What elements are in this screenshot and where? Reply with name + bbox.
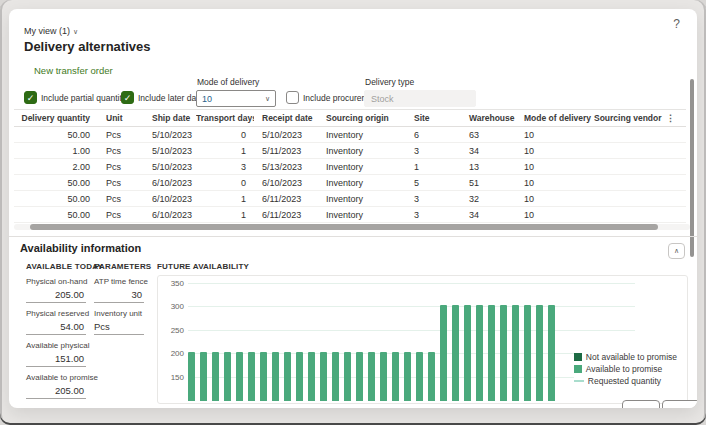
- table-row[interactable]: 50.00Pcs6/10/202316/11/2023Inventory3321…: [14, 191, 686, 207]
- column-header[interactable]: Delivery quantity: [14, 113, 98, 123]
- table-row[interactable]: 50.00Pcs5/10/202305/10/2023Inventory6631…: [14, 127, 686, 143]
- field-value[interactable]: 151.00: [26, 351, 86, 367]
- table-cell: Inventory: [318, 130, 406, 140]
- available-today-column: AVAILABLE TODAY Physical on-hand205.00Ph…: [26, 262, 86, 399]
- field-value[interactable]: 205.00: [26, 383, 86, 399]
- table-cell: 34: [461, 146, 516, 156]
- table-row[interactable]: 1.00Pcs5/10/202315/11/2023Inventory33410: [14, 143, 686, 159]
- chart-bar: [404, 352, 411, 401]
- column-header[interactable]: Receipt date: [254, 113, 318, 123]
- field-label: Physical on-hand: [26, 277, 86, 286]
- table-cell: 50.00: [14, 194, 98, 204]
- legend-label: Requested quantity: [588, 376, 661, 386]
- table-cell: 10: [516, 178, 594, 188]
- chevron-up-icon: ∧: [674, 247, 679, 255]
- legend-label: Not available to promise: [586, 352, 677, 362]
- field-value[interactable]: 30: [94, 287, 144, 303]
- future-availability-chart: 150200250300350 Not available to promise…: [157, 275, 688, 404]
- table-row[interactable]: 50.00Pcs6/10/202306/10/2023Inventory5511…: [14, 175, 686, 191]
- y-axis-tick-label: 350: [162, 279, 184, 288]
- table-row[interactable]: 2.00Pcs5/10/202335/13/2023Inventory11310: [14, 159, 686, 175]
- collapse-section-button[interactable]: ∧: [668, 243, 685, 259]
- table-cell: 51: [461, 178, 516, 188]
- checkbox-checked-icon: ✓: [121, 91, 134, 104]
- table-cell: 10: [516, 146, 594, 156]
- cancel-button[interactable]: Cancel: [662, 400, 697, 408]
- scrollbar-thumb[interactable]: [690, 79, 694, 257]
- chart-bar: [236, 352, 243, 401]
- include-later-dates-checkbox[interactable]: ✓ Include later dates: [121, 91, 207, 104]
- table-cell: 1: [196, 146, 254, 156]
- y-axis-tick-label: 200: [162, 349, 184, 358]
- chart-bar: [380, 352, 387, 401]
- table-cell: 6/10/2023: [144, 210, 196, 220]
- table-cell: 1: [406, 162, 461, 172]
- chart-bar: [200, 352, 207, 401]
- table-cell: 63: [461, 130, 516, 140]
- form-field: Inventory unitPcs: [94, 309, 144, 335]
- field-value[interactable]: Pcs: [94, 319, 144, 335]
- table-cell: 2.00: [14, 162, 98, 172]
- chart-bar: [500, 305, 507, 401]
- view-selector[interactable]: My view (1)∨: [24, 26, 78, 36]
- delivery-table: Delivery quantityUnitShip dateTransport …: [14, 109, 686, 223]
- column-header[interactable]: Sourcing vendor: [594, 113, 664, 123]
- table-cell: 6/11/2023: [254, 210, 318, 220]
- table-cell: 10: [516, 210, 594, 220]
- table-cell: 6: [406, 130, 461, 140]
- ok-button[interactable]: OK: [622, 400, 660, 408]
- column-options-icon[interactable]: ⋮: [664, 113, 680, 123]
- column-header[interactable]: Site: [406, 113, 461, 123]
- table-cell: Inventory: [318, 194, 406, 204]
- legend-item: Requested quantity: [574, 376, 677, 386]
- new-transfer-order-link[interactable]: New transfer order: [34, 65, 113, 76]
- column-header[interactable]: Transport days: [196, 113, 254, 123]
- form-field: Physical on-hand205.00: [26, 277, 86, 303]
- availability-section-title: Availability information: [20, 242, 141, 254]
- table-header-row: Delivery quantityUnitShip dateTransport …: [14, 110, 686, 127]
- chart-bars: [188, 305, 555, 401]
- column-header[interactable]: Warehouse: [461, 113, 516, 123]
- table-cell: 3: [196, 162, 254, 172]
- scrollbar-thumb[interactable]: [30, 224, 658, 230]
- help-icon[interactable]: ?: [673, 17, 680, 31]
- table-cell: Inventory: [318, 146, 406, 156]
- dialog-vertical-scrollbar[interactable]: [690, 79, 695, 261]
- delivery-type-input: Stock: [364, 90, 476, 107]
- column-header[interactable]: Mode of delivery: [516, 113, 594, 123]
- chart-bar: [212, 352, 219, 401]
- column-header[interactable]: Unit: [98, 113, 144, 123]
- chart-bar: [344, 352, 351, 401]
- field-label: ATP time fence: [94, 277, 144, 286]
- parameters-column: PARAMETERS ATP time fence30Inventory uni…: [94, 262, 144, 335]
- chart-bar: [488, 305, 495, 401]
- checkbox-unchecked-icon: [286, 91, 299, 104]
- table-cell: Pcs: [98, 162, 144, 172]
- chart-bar: [428, 352, 435, 401]
- column-header[interactable]: Ship date: [144, 113, 196, 123]
- table-cell: Pcs: [98, 210, 144, 220]
- table-cell: 10: [516, 194, 594, 204]
- column-header[interactable]: Sourcing origin: [318, 113, 406, 123]
- mode-of-delivery-combobox[interactable]: 10 ∨: [196, 90, 276, 107]
- table-cell: Inventory: [318, 178, 406, 188]
- table-cell: 6/11/2023: [254, 194, 318, 204]
- table-cell: 32: [461, 194, 516, 204]
- legend-swatch: [574, 353, 582, 361]
- form-field: Available to promise205.00: [26, 373, 86, 399]
- chart-bar: [296, 352, 303, 401]
- field-label: Inventory unit: [94, 309, 144, 318]
- field-value[interactable]: 54.00: [26, 319, 86, 335]
- field-value[interactable]: 205.00: [26, 287, 86, 303]
- chevron-down-icon: ∨: [73, 28, 78, 35]
- chart-bar: [224, 352, 231, 401]
- table-cell: Pcs: [98, 130, 144, 140]
- chart-bar: [356, 352, 363, 401]
- chart-bar: [548, 305, 555, 401]
- include-partial-quantity-checkbox[interactable]: ✓ Include partial quantity: [24, 91, 126, 104]
- table-horizontal-scrollbar[interactable]: [14, 224, 690, 230]
- checkbox-label: Include partial quantity: [41, 93, 126, 103]
- chart-bar: [392, 352, 399, 401]
- chart-gridline: [188, 283, 635, 284]
- table-row[interactable]: 50.00Pcs6/10/202316/11/2023Inventory3341…: [14, 207, 686, 223]
